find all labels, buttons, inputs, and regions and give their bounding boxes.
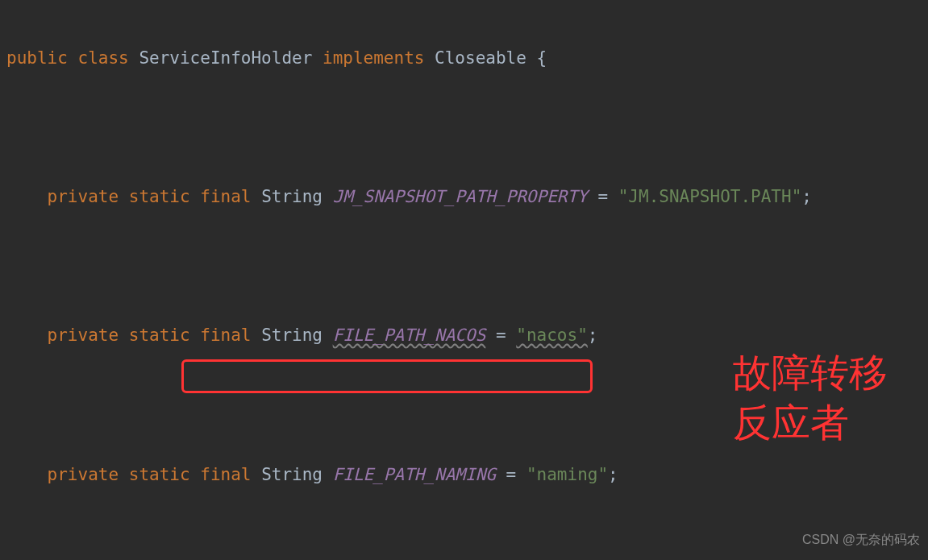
keyword-private: private	[48, 465, 119, 484]
semicolon: ;	[608, 465, 618, 484]
semicolon: ;	[588, 326, 598, 345]
keyword-class: class	[78, 48, 129, 68]
watermark-text: CSDN @无奈的码农	[802, 527, 920, 554]
equals: =	[597, 187, 608, 206]
brace-open: {	[537, 48, 547, 68]
equals: =	[496, 326, 506, 345]
keyword-private: private	[48, 187, 119, 206]
code-line-1: public class ServiceInfoHolder implement…	[0, 41, 928, 76]
keyword-static: static	[129, 326, 190, 345]
type-string: String	[261, 187, 323, 206]
blank-line	[0, 527, 928, 560]
code-line-4: private static final String FILE_PATH_NA…	[0, 458, 928, 492]
code-line-2: private static final String JM_SNAPSHOT_…	[0, 180, 928, 214]
field-name: FILE_PATH_NAMING	[333, 465, 496, 484]
interface-name: Closeable	[435, 48, 526, 68]
string-literal: "nacos"	[516, 326, 588, 345]
keyword-final: final	[200, 326, 251, 345]
keyword-private: private	[48, 326, 119, 345]
keyword-final: final	[200, 465, 251, 484]
string-literal: "naming"	[526, 465, 608, 484]
annotation-text: 故障转移 反应者	[733, 348, 888, 449]
semicolon: ;	[801, 187, 812, 206]
equals: =	[506, 465, 517, 484]
field-name: JM_SNAPSHOT_PATH_PROPERTY	[333, 187, 588, 206]
keyword-final: final	[200, 187, 251, 206]
annotation-line-2: 反应者	[733, 398, 888, 448]
keyword-public: public	[6, 48, 68, 68]
code-editor[interactable]: public class ServiceInfoHolder implement…	[0, 6, 928, 560]
blank-line	[0, 110, 928, 145]
type-string: String	[261, 465, 323, 484]
string-literal: "JM.SNAPSHOT.PATH"	[618, 187, 802, 206]
blank-line	[0, 249, 928, 284]
class-name: ServiceInfoHolder	[139, 48, 312, 68]
field-name: FILE_PATH_NACOS	[333, 326, 486, 345]
type-string: String	[261, 326, 323, 345]
annotation-line-1: 故障转移	[733, 348, 888, 398]
keyword-implements: implements	[323, 48, 424, 68]
keyword-static: static	[129, 187, 190, 206]
keyword-static: static	[129, 465, 190, 484]
